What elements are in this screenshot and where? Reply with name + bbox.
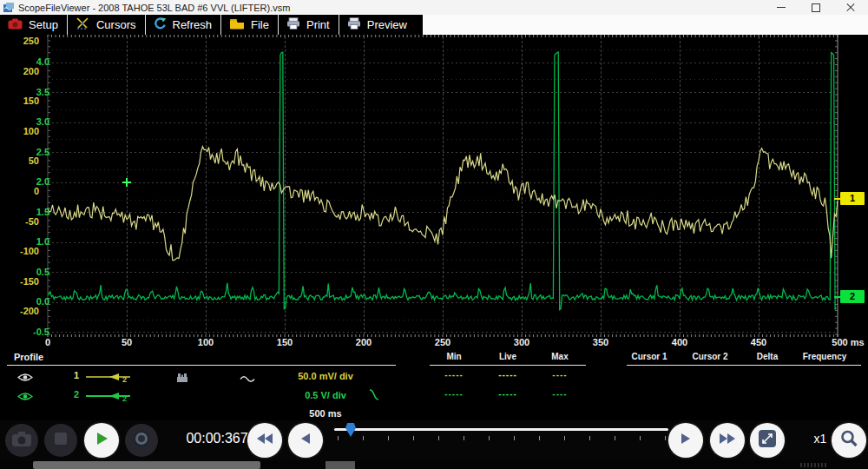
cursors-label: Cursors <box>96 18 136 31</box>
x-axis-label: 300 <box>514 337 529 347</box>
svg-text:2: 2 <box>122 394 127 402</box>
scope-plot[interactable] <box>0 35 868 337</box>
channel-2-number: 2 <box>69 389 83 400</box>
cursors-icon <box>76 17 90 32</box>
toolbar-spacer <box>423 15 868 36</box>
taskbar-clock-smudge <box>800 463 828 467</box>
step-back-icon <box>299 432 312 449</box>
x-axis-label: 450 <box>751 337 766 347</box>
position-slider[interactable] <box>334 420 668 455</box>
snapshot-camera-icon <box>11 431 32 451</box>
falling-edge-trigger-icon[interactable] <box>368 387 380 406</box>
y-axis-label-ch1: -100 <box>0 246 39 257</box>
x-axis-label: 150 <box>277 337 293 347</box>
minimize-icon <box>777 7 786 8</box>
x-axis-label: 100 <box>198 337 214 347</box>
background-window-edge <box>33 461 260 469</box>
y-axis-label-ch1: 250 <box>0 36 39 47</box>
y-axis-label-ch2: 1.5 <box>0 207 49 218</box>
channel-1-badge[interactable]: 1 <box>840 192 865 205</box>
refresh-icon <box>154 17 167 33</box>
printer-icon <box>286 17 300 32</box>
setup-button[interactable]: Setup <box>0 15 68 35</box>
x-axis-label: 400 <box>672 337 687 347</box>
col-header-cursor2: Cursor 2 <box>671 352 749 361</box>
print-label: Print <box>306 18 330 31</box>
magnifier-icon <box>839 429 858 452</box>
skip-to-start-button[interactable] <box>247 423 282 458</box>
y-axis-label-ch2: 3.0 <box>0 116 49 128</box>
camera-icon <box>8 18 23 32</box>
skip-to-end-button[interactable] <box>710 423 745 458</box>
bottom-strip <box>0 460 868 469</box>
channel-1-min-value: ----- <box>428 370 480 380</box>
y-axis-label-ch2: 0.0 <box>0 296 49 307</box>
channel-1-scale[interactable]: 50.0 mV/ div <box>273 371 378 381</box>
top-tick-row <box>48 35 838 37</box>
x-axis: 050100150200250300350400450500 ms <box>0 337 868 349</box>
folder-icon <box>229 18 245 32</box>
x-axis-label: 350 <box>593 337 608 347</box>
y-axis-label-ch2: 0.5 <box>0 267 49 278</box>
col-header-live: Live <box>482 352 534 361</box>
step-back-button[interactable] <box>288 423 323 458</box>
close-icon <box>846 3 855 12</box>
channel-2-badge[interactable]: 2 <box>840 290 865 303</box>
timebase-label[interactable]: 500 ms <box>273 408 378 419</box>
refresh-button[interactable]: Refresh <box>146 15 222 35</box>
x-axis-label: 250 <box>435 337 450 347</box>
channel-2-visibility-eye-icon[interactable] <box>17 390 33 406</box>
y-axis-label-ch2: 2.0 <box>0 176 49 188</box>
channel-2-scale[interactable]: 0.5 V/ div <box>273 390 378 400</box>
file-button[interactable]: File <box>221 15 279 35</box>
background-window-edge-2 <box>326 461 355 469</box>
minimize-button[interactable] <box>764 0 799 15</box>
trigger-marker[interactable] <box>122 178 131 187</box>
cursors-button[interactable]: Cursors <box>68 15 146 35</box>
y-axis-label-ch1: -150 <box>0 276 39 287</box>
play-button[interactable] <box>84 423 119 458</box>
y-axis-label-ch2: 3.5 <box>0 87 49 98</box>
scope-file-viewer-window: ScopeFileViewer - 2008 TAHOE 53L BAD #6 … <box>0 0 868 469</box>
coupling-icon[interactable] <box>176 371 188 386</box>
slider-track[interactable] <box>334 428 668 431</box>
preview-label: Preview <box>367 18 407 31</box>
record-button[interactable] <box>125 424 158 457</box>
slider-thumb[interactable] <box>345 423 356 437</box>
y-axis-label-ch1: -200 <box>0 306 39 317</box>
preview-button[interactable]: Preview <box>339 15 416 35</box>
channel-2-trace <box>48 52 837 310</box>
ac-wave-icon[interactable] <box>240 372 255 387</box>
snapshot-button[interactable] <box>5 424 38 457</box>
col-header-max: Max <box>534 352 586 361</box>
zoom-button[interactable] <box>832 423 866 458</box>
y-axis-label-ch2: 4.0 <box>0 56 49 68</box>
channel-1-badge-leader <box>834 198 840 200</box>
channel-1-row: 1 2 50.0 mV/ div ----- ----- ---- <box>0 368 868 386</box>
scope-display[interactable]: 250200150100500-50-100-150-2004.03.53.02… <box>0 35 868 337</box>
toolbar: Setup Cursors Refresh File Print Preview <box>0 15 423 35</box>
fast-forward-icon <box>718 432 737 449</box>
print-button[interactable]: Print <box>279 15 339 35</box>
channel-2-probe-icon[interactable]: 2 <box>85 390 132 406</box>
print-preview-icon <box>347 17 361 32</box>
col-header-min: Min <box>428 352 480 361</box>
step-forward-button[interactable] <box>668 423 703 458</box>
x-axis-label: 200 <box>356 337 372 347</box>
channel-1-probe-icon[interactable]: 2 <box>85 371 132 386</box>
record-icon <box>133 430 150 451</box>
file-label: File <box>251 18 269 31</box>
expand-button[interactable] <box>750 423 785 458</box>
title-bar: ScopeFileViewer - 2008 TAHOE 53L BAD #6 … <box>0 0 868 15</box>
grid <box>48 36 838 335</box>
y-axis-label-ch2: 2.5 <box>0 147 49 158</box>
maximize-button[interactable] <box>799 0 833 15</box>
channel-1-visibility-eye-icon[interactable] <box>17 371 33 386</box>
stop-button[interactable] <box>44 424 77 457</box>
y-axis-label-ch2: -0.5 <box>0 327 49 338</box>
close-button[interactable] <box>833 0 868 15</box>
profile-label: Profile <box>14 352 43 362</box>
channel-2-live-value: ----- <box>482 389 534 399</box>
step-forward-icon <box>679 432 693 449</box>
divider <box>627 365 861 366</box>
